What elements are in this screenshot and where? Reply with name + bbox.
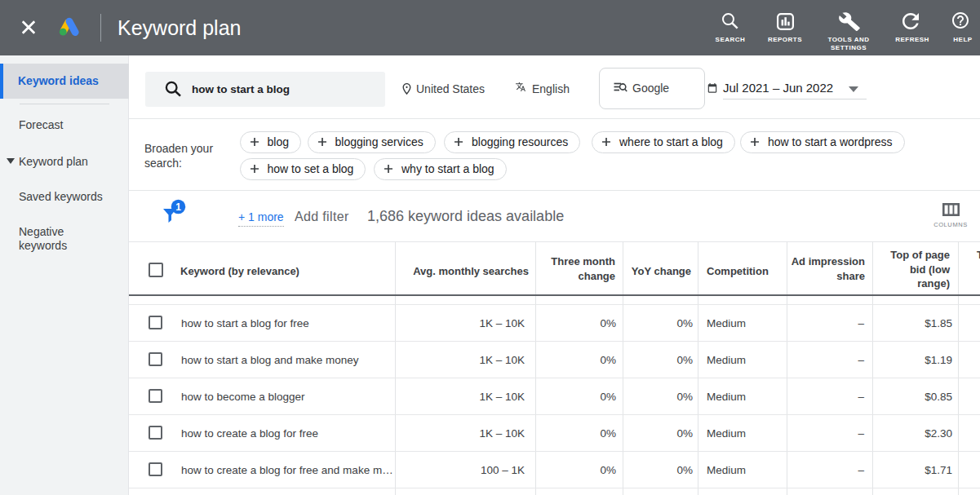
svg-text:1: 1 <box>175 201 181 213</box>
